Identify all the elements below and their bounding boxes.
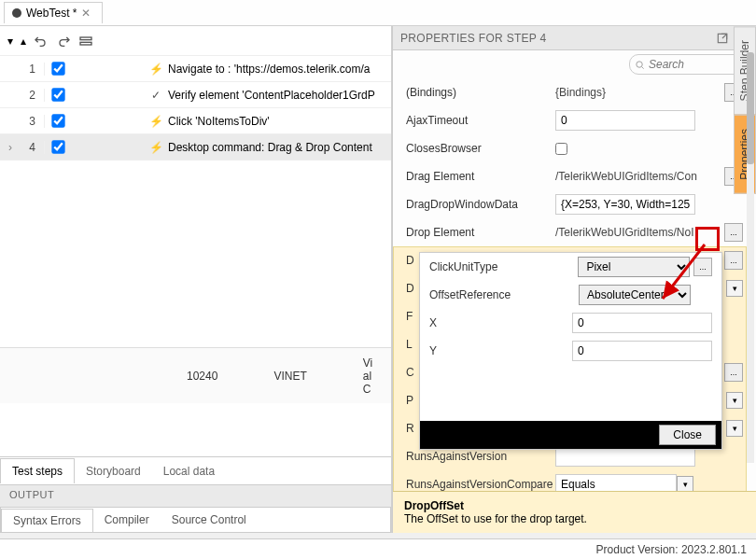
ajax-input[interactable] xyxy=(555,110,695,131)
step-row[interactable]: ›4 ⚡ Desktop command: Drag & Drop Conten… xyxy=(0,134,391,161)
dropdown-icon[interactable] xyxy=(677,476,693,491)
status-bar: Product Version: 2023.2.801.1 xyxy=(0,538,756,559)
offset-popup: ClickUnitType Pixel ... OffsetReference … xyxy=(419,252,722,450)
prop-ajax-timeout[interactable]: AjaxTimeout xyxy=(393,106,756,134)
version-label: Product Version: 2023.2.801.1 xyxy=(596,543,747,556)
properties-header: PROPERTIES FOR STEP 4 xyxy=(393,26,756,50)
redo-icon[interactable] xyxy=(56,34,71,49)
y-input[interactable] xyxy=(572,341,712,361)
click-unit-select[interactable]: Pixel xyxy=(578,257,690,277)
properties-pane: PROPERTIES FOR STEP 4 (Bindings) {Bindin… xyxy=(392,26,756,533)
prop-dragdrop-window[interactable]: DragDropWindowData xyxy=(393,190,756,218)
doc-title: WebTest * xyxy=(26,7,77,20)
step-row[interactable]: 1 ⚡ Navigate to : 'https://demos.telerik… xyxy=(0,56,391,82)
prop-drag-element[interactable]: Drag Element /TelerikWebUIGridItems/Con … xyxy=(393,162,756,190)
undo-icon[interactable] xyxy=(34,34,49,49)
ellipsis-button[interactable]: ... xyxy=(724,363,743,382)
property-hint: DropOffSet The OffSet to use for the dro… xyxy=(393,491,756,533)
step-enable-checkbox[interactable] xyxy=(51,140,64,153)
step-row[interactable]: 2 ✓ Verify element 'ContentPlaceholder1G… xyxy=(0,82,391,108)
doc-icon xyxy=(12,8,21,18)
output-tabs: Syntax Errors Compiler Source Control xyxy=(0,507,391,533)
dropdown-icon[interactable] xyxy=(726,420,743,437)
navigate-icon: ⚡ xyxy=(146,63,166,76)
tab-syntax-errors[interactable]: Syntax Errors xyxy=(1,509,93,532)
svg-line-3 xyxy=(722,34,727,38)
ellipsis-button[interactable]: ... xyxy=(693,258,712,276)
close-icon[interactable]: ✕ xyxy=(81,7,91,20)
close-button[interactable]: Close xyxy=(659,425,716,445)
prop-x[interactable]: X xyxy=(420,309,721,337)
data-preview-row: 10240 VINET Vi al C xyxy=(0,347,391,403)
output-header[interactable]: OUTPUT xyxy=(0,484,391,507)
document-tab-bar: WebTest * ✕ xyxy=(0,0,756,26)
step-enable-checkbox[interactable] xyxy=(51,114,64,127)
prop-runs-against-compare[interactable]: RunsAgainstVersionCompare xyxy=(393,470,756,491)
popout-icon[interactable] xyxy=(716,32,729,45)
prop-y[interactable]: Y xyxy=(420,337,721,365)
step-enable-checkbox[interactable] xyxy=(51,62,64,75)
prop-offset-reference[interactable]: OffsetReference AbsoluteCenter xyxy=(420,281,721,309)
prop-bindings[interactable]: (Bindings) {Bindings} ... xyxy=(393,78,756,106)
editor-tabs: Test steps Storyboard Local data xyxy=(0,456,391,484)
click-icon: ⚡ xyxy=(146,115,166,128)
scrollbar-thumb[interactable] xyxy=(747,52,754,164)
svg-rect-1 xyxy=(80,42,91,45)
tab-local-data[interactable]: Local data xyxy=(152,459,226,483)
dropdown-icon[interactable] xyxy=(726,392,743,409)
tab-storyboard[interactable]: Storyboard xyxy=(75,459,152,483)
tab-source-control[interactable]: Source Control xyxy=(161,509,258,531)
steps-pane: ▾ ▴ 1 ⚡ Navigate to : 'https://demos.tel… xyxy=(0,26,392,533)
search-input[interactable] xyxy=(629,54,750,75)
expand-icon[interactable]: ▴ xyxy=(21,35,26,48)
prop-click-unit-type[interactable]: ClickUnitType Pixel ... xyxy=(420,253,721,281)
drag-icon: ⚡ xyxy=(146,141,166,154)
current-step-icon: › xyxy=(0,141,21,154)
svg-rect-0 xyxy=(80,37,91,40)
step-row[interactable]: 3 ⚡ Click 'NoItemsToDiv' xyxy=(0,108,391,134)
steps-toolbar: ▾ ▴ xyxy=(0,26,391,56)
offset-ref-select[interactable]: AbsoluteCenter xyxy=(579,285,691,305)
ellipsis-button[interactable]: ... xyxy=(724,223,743,242)
columns-icon[interactable] xyxy=(78,34,93,49)
ddwindow-input[interactable] xyxy=(555,194,695,215)
verify-icon: ✓ xyxy=(146,89,166,102)
dropdown-icon[interactable] xyxy=(726,280,743,297)
closes-checkbox[interactable] xyxy=(555,143,567,155)
ellipsis-button[interactable]: ... xyxy=(724,251,743,270)
tab-compiler[interactable]: Compiler xyxy=(93,509,161,531)
document-tab[interactable]: WebTest * ✕ xyxy=(4,2,103,23)
collapse-icon[interactable]: ▾ xyxy=(7,35,13,48)
tab-test-steps[interactable]: Test steps xyxy=(0,458,75,483)
x-input[interactable] xyxy=(572,313,712,333)
step-enable-checkbox[interactable] xyxy=(51,88,64,101)
prop-closes-browser[interactable]: ClosesBrowser xyxy=(393,134,756,162)
prop-drop-element[interactable]: Drop Element /TelerikWebUIGridItems/NoI … xyxy=(393,218,756,246)
